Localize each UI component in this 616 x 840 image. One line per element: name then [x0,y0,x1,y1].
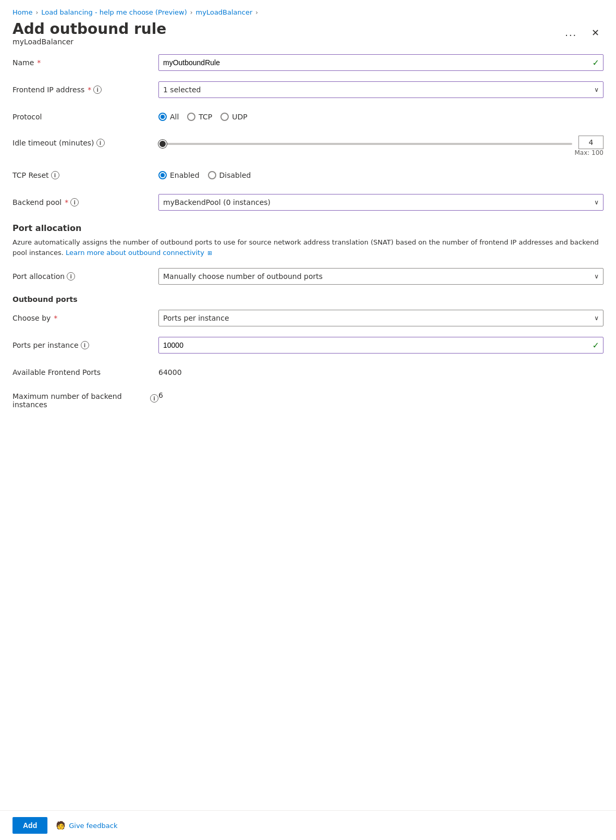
frontend-ip-control: 1 selected ∨ [158,81,603,98]
page-title: Add outbound rule [13,20,166,38]
tcp-reset-radio-group: Enabled Disabled [158,171,603,179]
idle-timeout-slider-wrapper [158,138,572,147]
ports-per-instance-check-icon: ✓ [593,340,599,350]
frontend-ip-info-icon[interactable]: i [93,86,102,94]
idle-timeout-max: Max: 100 [158,149,603,156]
ellipsis-button[interactable]: ... [561,25,581,41]
choose-by-value: Ports per instance [163,314,229,322]
bottom-bar: Add 🧑 Give feedback [0,810,616,840]
ports-per-instance-input[interactable] [158,337,603,354]
port-allocation-control: Manually choose number of outbound ports… [158,268,603,285]
backend-pool-required: * [65,198,68,206]
idle-timeout-row: Idle timeout (minutes) i 4 Max: 100 [13,136,603,156]
add-button[interactable]: Add [13,817,47,834]
backend-pool-info-icon[interactable]: i [70,198,79,206]
choose-by-dropdown[interactable]: Ports per instance ∨ [158,310,603,326]
max-backend-instances-label: Maximum number of backend instances i [13,391,158,409]
idle-timeout-label: Idle timeout (minutes) i [13,136,158,147]
idle-timeout-info-icon[interactable]: i [96,139,105,147]
available-frontend-ports-label: Available Frontend Ports [13,368,158,376]
port-allocation-arrow: ∨ [594,273,599,280]
page-title-block: Add outbound rule myLoadBalancer [13,20,166,46]
protocol-tcp-label: TCP [199,113,212,121]
breadcrumb-home[interactable]: Home [13,8,32,16]
tcp-reset-info-icon[interactable]: i [51,171,59,179]
tcp-reset-control: Enabled Disabled [158,171,603,179]
protocol-row: Protocol All TCP UDP [13,108,603,125]
max-backend-instances-value: 6 [158,391,163,399]
protocol-udp-label: UDP [232,113,247,121]
choose-by-label: Choose by * [13,314,158,322]
ports-per-instance-control: ✓ [158,337,603,354]
tcp-reset-enabled-radio[interactable] [158,171,167,179]
feedback-icon: 🧑 [56,821,66,830]
close-button[interactable]: ✕ [587,25,603,41]
protocol-udp-radio[interactable] [220,113,229,121]
available-frontend-ports-value: 64000 [158,368,182,376]
tcp-reset-label: TCP Reset i [13,171,158,179]
page-subtitle: myLoadBalancer [13,38,166,46]
tcp-reset-enabled-option[interactable]: Enabled [158,171,200,179]
backend-pool-dropdown[interactable]: myBackendPool (0 instances) ∨ [158,194,603,211]
idle-timeout-slider-area: 4 Max: 100 [158,136,603,156]
max-backend-instances-info-icon[interactable]: i [150,394,158,403]
port-allocation-dropdown[interactable]: Manually choose number of outbound ports… [158,268,603,285]
idle-timeout-value: 4 [578,136,603,149]
available-frontend-ports-row: Available Frontend Ports 64000 [13,364,603,381]
backend-pool-control: myBackendPool (0 instances) ∨ [158,194,603,211]
tcp-reset-disabled-option[interactable]: Disabled [208,171,251,179]
port-allocation-description: Azure automatically assigns the number o… [13,237,603,258]
protocol-tcp-radio[interactable] [187,113,195,121]
port-allocation-label: Port allocation i [13,272,158,281]
choose-by-arrow: ∨ [594,314,599,322]
learn-more-link[interactable]: Learn more about outbound connectivity ⊞ [66,249,212,257]
tcp-reset-row: TCP Reset i Enabled Disabled [13,167,603,184]
tcp-reset-disabled-label: Disabled [219,171,251,179]
name-row: Name * ✓ [13,54,603,71]
page-header: Add outbound rule myLoadBalancer ... ✕ [0,20,616,54]
name-input[interactable] [158,54,603,71]
idle-timeout-slider-container: 4 [158,136,603,149]
ports-per-instance-row: Ports per instance i ✓ [13,337,603,354]
external-link-icon: ⊞ [207,250,212,257]
backend-pool-value: myBackendPool (0 instances) [163,198,270,206]
port-allocation-info-icon[interactable]: i [67,272,75,281]
frontend-ip-dropdown[interactable]: 1 selected ∨ [158,81,603,98]
protocol-udp-option[interactable]: UDP [220,113,247,121]
tcp-reset-enabled-label: Enabled [170,171,200,179]
backend-pool-arrow: ∨ [594,199,599,206]
header-actions: ... ✕ [561,20,603,41]
breadcrumb-load-balancing[interactable]: Load balancing - help me choose (Preview… [41,8,187,16]
breadcrumb-my-load-balancer[interactable]: myLoadBalancer [196,8,253,16]
name-field-container: ✓ [158,54,603,71]
breadcrumb-chevron-2: › [190,9,193,16]
name-required: * [37,58,41,67]
frontend-ip-label: Frontend IP address * i [13,86,158,94]
protocol-control: All TCP UDP [158,113,603,121]
max-backend-instances-control: 6 [158,391,603,399]
choose-by-row: Choose by * Ports per instance ∨ [13,310,603,326]
idle-timeout-slider[interactable] [158,143,572,145]
name-check-icon: ✓ [593,58,599,68]
max-backend-instances-row: Maximum number of backend instances i 6 [13,391,603,409]
tcp-reset-disabled-radio[interactable] [208,171,216,179]
frontend-ip-row: Frontend IP address * i 1 selected ∨ [13,81,603,98]
ports-per-instance-info-icon[interactable]: i [81,341,89,349]
breadcrumb: Home › Load balancing - help me choose (… [0,0,616,20]
ports-per-instance-label: Ports per instance i [13,341,158,349]
name-label: Name * [13,58,158,67]
frontend-ip-arrow: ∨ [594,86,599,93]
port-allocation-section-title: Port allocation [13,223,603,233]
protocol-all-option[interactable]: All [158,113,179,121]
backend-pool-label: Backend pool * i [13,198,158,206]
outbound-ports-label: Outbound ports [13,295,603,303]
port-allocation-value: Manually choose number of outbound ports [163,272,323,281]
protocol-all-radio[interactable] [158,113,167,121]
protocol-tcp-option[interactable]: TCP [187,113,212,121]
feedback-link[interactable]: 🧑 Give feedback [56,821,117,830]
port-allocation-row: Port allocation i Manually choose number… [13,268,603,285]
breadcrumb-chevron-1: › [35,9,38,16]
available-frontend-ports-control: 64000 [158,368,603,376]
protocol-radio-group: All TCP UDP [158,113,603,121]
choose-by-control: Ports per instance ∨ [158,310,603,326]
